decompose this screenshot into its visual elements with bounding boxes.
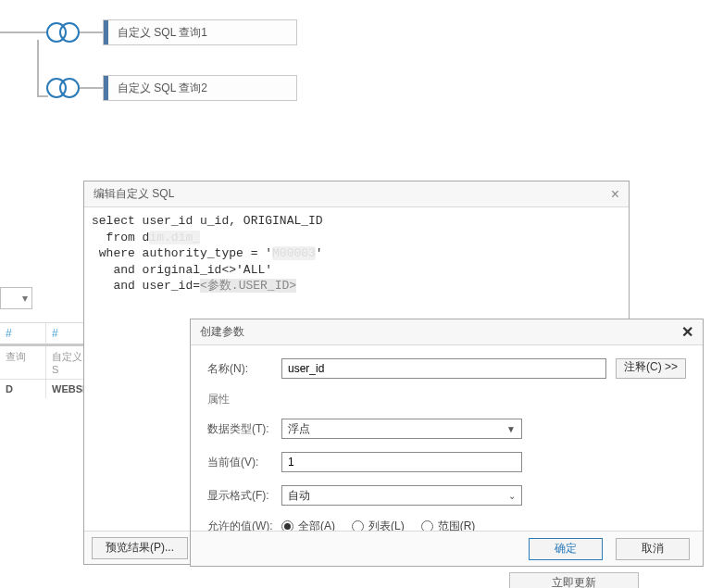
sql-text: where authority_type = ' bbox=[92, 246, 272, 260]
display-format-select[interactable]: 自动 ⌄ bbox=[281, 485, 522, 506]
dialog-body: 名称(N): 注释(C) >> 属性 数据类型(T): 浮点 ▼ 当前值(V):… bbox=[191, 345, 703, 531]
select-value: 浮点 bbox=[288, 421, 310, 437]
current-value-label: 当前值(V): bbox=[207, 455, 281, 470]
data-source-diagram: 自定义 SQL 查询1 自定义 SQL 查询2 bbox=[0, 9, 297, 111]
connector-line bbox=[37, 40, 39, 97]
name-row: 名称(N): 注释(C) >> bbox=[207, 358, 686, 379]
close-icon[interactable]: ✕ bbox=[681, 323, 693, 341]
properties-section-label: 属性 bbox=[207, 392, 686, 407]
grid-header-cell: # bbox=[0, 323, 46, 344]
node-row-1: 自定义 SQL 查询1 bbox=[0, 9, 297, 56]
dialog-title: 编辑自定义 SQL bbox=[94, 186, 174, 202]
data-grid-fragment: # # 查询 自定义 S D WEBSI bbox=[0, 322, 93, 378]
update-now-button[interactable]: 立即更新 bbox=[509, 572, 639, 588]
name-label: 名称(N): bbox=[207, 361, 281, 377]
dialog-button-bar: 确定 取消 bbox=[191, 531, 703, 566]
sql-text-redacted: im.dim_ bbox=[149, 231, 200, 244]
node-label: 自定义 SQL 查询2 bbox=[108, 81, 217, 96]
chevron-down-icon: ⌄ bbox=[508, 491, 516, 501]
hash-icon: # bbox=[52, 327, 62, 340]
datatype-label: 数据类型(T): bbox=[207, 421, 281, 437]
comment-button[interactable]: 注释(C) >> bbox=[616, 358, 686, 379]
sql-text: and user_id= bbox=[92, 279, 200, 293]
datatype-select[interactable]: 浮点 ▼ bbox=[281, 419, 522, 439]
connector-line bbox=[80, 87, 103, 89]
custom-sql-node-1[interactable]: 自定义 SQL 查询1 bbox=[103, 19, 297, 45]
custom-sql-node-2[interactable]: 自定义 SQL 查询2 bbox=[103, 75, 297, 101]
connector-line bbox=[0, 31, 46, 33]
preview-results-button[interactable]: 预览结果(P)... bbox=[92, 537, 188, 559]
name-input[interactable] bbox=[281, 358, 606, 379]
join-icon[interactable] bbox=[46, 20, 80, 44]
dialog-title: 创建参数 bbox=[200, 324, 244, 340]
ok-button[interactable]: 确定 bbox=[529, 538, 603, 560]
grid-source-label: 查询 bbox=[0, 346, 46, 379]
node-row-2: 自定义 SQL 查询2 bbox=[0, 65, 297, 111]
node-label: 自定义 SQL 查询1 bbox=[108, 25, 217, 41]
join-icon[interactable] bbox=[46, 76, 80, 100]
display-format-row: 显示格式(F): 自动 ⌄ bbox=[207, 485, 686, 506]
close-icon[interactable]: × bbox=[611, 186, 619, 203]
create-parameter-dialog: 创建参数 ✕ 名称(N): 注释(C) >> 属性 数据类型(T): 浮点 ▼ … bbox=[190, 319, 704, 567]
sql-text: and original_id<>'ALL' bbox=[92, 263, 272, 277]
cancel-button[interactable]: 取消 bbox=[616, 538, 690, 560]
current-value-row: 当前值(V): bbox=[207, 452, 686, 472]
select-value: 自动 bbox=[288, 488, 310, 504]
display-format-label: 显示格式(F): bbox=[207, 488, 281, 504]
sql-parameter-token: <参数.USER_ID> bbox=[200, 279, 296, 293]
sql-text: ' bbox=[316, 246, 323, 260]
sql-text: select user_id u_id, ORIGINAL_ID bbox=[92, 214, 323, 228]
dialog-titlebar[interactable]: 创建参数 ✕ bbox=[191, 319, 703, 345]
chevron-down-icon: ▾ bbox=[22, 292, 28, 305]
connector-line bbox=[80, 31, 103, 33]
datatype-row: 数据类型(T): 浮点 ▼ bbox=[207, 419, 686, 439]
hash-icon: # bbox=[6, 327, 16, 340]
truncated-dropdown[interactable]: ▾ bbox=[0, 287, 32, 309]
current-value-input[interactable] bbox=[281, 452, 522, 472]
sql-text: from d bbox=[92, 231, 149, 244]
sql-text-redacted: M00003 bbox=[272, 246, 316, 260]
grid-field-name: D bbox=[0, 380, 46, 398]
chevron-down-icon: ▼ bbox=[506, 424, 516, 434]
dialog-titlebar[interactable]: 编辑自定义 SQL × bbox=[84, 181, 629, 207]
